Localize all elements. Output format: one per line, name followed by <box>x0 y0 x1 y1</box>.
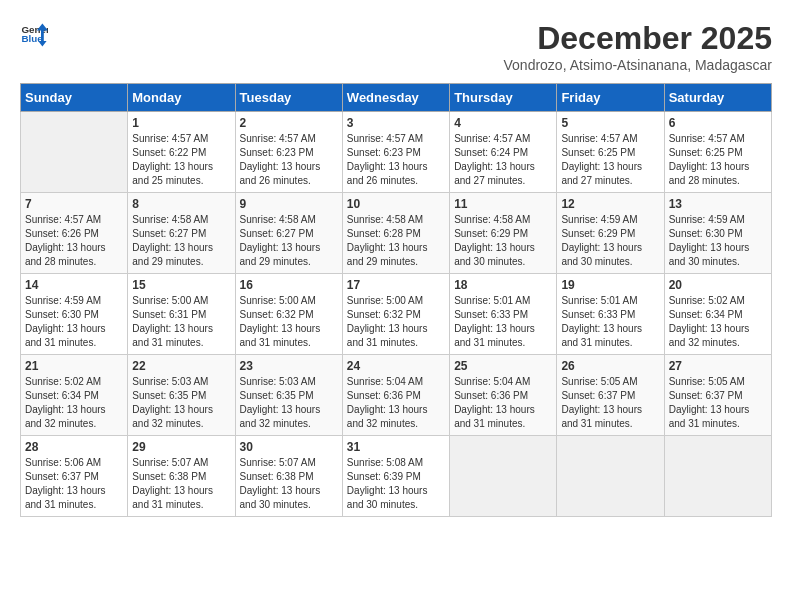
calendar-week-5: 28Sunrise: 5:06 AMSunset: 6:37 PMDayligh… <box>21 436 772 517</box>
calendar-week-3: 14Sunrise: 4:59 AMSunset: 6:30 PMDayligh… <box>21 274 772 355</box>
calendar-cell: 3Sunrise: 4:57 AMSunset: 6:23 PMDaylight… <box>342 112 449 193</box>
calendar-cell: 24Sunrise: 5:04 AMSunset: 6:36 PMDayligh… <box>342 355 449 436</box>
day-info: Sunrise: 4:59 AMSunset: 6:30 PMDaylight:… <box>25 294 123 350</box>
calendar-cell <box>21 112 128 193</box>
col-header-tuesday: Tuesday <box>235 84 342 112</box>
col-header-saturday: Saturday <box>664 84 771 112</box>
calendar-cell: 9Sunrise: 4:58 AMSunset: 6:27 PMDaylight… <box>235 193 342 274</box>
day-number: 28 <box>25 440 123 454</box>
calendar-cell: 31Sunrise: 5:08 AMSunset: 6:39 PMDayligh… <box>342 436 449 517</box>
col-header-wednesday: Wednesday <box>342 84 449 112</box>
day-number: 15 <box>132 278 230 292</box>
day-info: Sunrise: 5:05 AMSunset: 6:37 PMDaylight:… <box>561 375 659 431</box>
day-number: 18 <box>454 278 552 292</box>
day-info: Sunrise: 5:04 AMSunset: 6:36 PMDaylight:… <box>347 375 445 431</box>
calendar-cell: 26Sunrise: 5:05 AMSunset: 6:37 PMDayligh… <box>557 355 664 436</box>
day-number: 11 <box>454 197 552 211</box>
day-info: Sunrise: 4:57 AMSunset: 6:25 PMDaylight:… <box>561 132 659 188</box>
day-number: 5 <box>561 116 659 130</box>
day-info: Sunrise: 5:02 AMSunset: 6:34 PMDaylight:… <box>25 375 123 431</box>
calendar-cell: 1Sunrise: 4:57 AMSunset: 6:22 PMDaylight… <box>128 112 235 193</box>
day-info: Sunrise: 5:00 AMSunset: 6:31 PMDaylight:… <box>132 294 230 350</box>
calendar-cell: 4Sunrise: 4:57 AMSunset: 6:24 PMDaylight… <box>450 112 557 193</box>
day-info: Sunrise: 5:05 AMSunset: 6:37 PMDaylight:… <box>669 375 767 431</box>
day-number: 17 <box>347 278 445 292</box>
day-number: 22 <box>132 359 230 373</box>
day-info: Sunrise: 5:02 AMSunset: 6:34 PMDaylight:… <box>669 294 767 350</box>
day-number: 31 <box>347 440 445 454</box>
calendar-cell: 18Sunrise: 5:01 AMSunset: 6:33 PMDayligh… <box>450 274 557 355</box>
day-number: 2 <box>240 116 338 130</box>
day-info: Sunrise: 4:58 AMSunset: 6:27 PMDaylight:… <box>240 213 338 269</box>
day-info: Sunrise: 5:03 AMSunset: 6:35 PMDaylight:… <box>132 375 230 431</box>
logo: General Blue <box>20 20 48 48</box>
col-header-sunday: Sunday <box>21 84 128 112</box>
day-number: 19 <box>561 278 659 292</box>
page-header: General Blue December 2025 Vondrozo, Ats… <box>20 20 772 73</box>
calendar-cell: 10Sunrise: 4:58 AMSunset: 6:28 PMDayligh… <box>342 193 449 274</box>
calendar-cell <box>557 436 664 517</box>
day-info: Sunrise: 4:57 AMSunset: 6:26 PMDaylight:… <box>25 213 123 269</box>
calendar-cell: 15Sunrise: 5:00 AMSunset: 6:31 PMDayligh… <box>128 274 235 355</box>
calendar-cell: 13Sunrise: 4:59 AMSunset: 6:30 PMDayligh… <box>664 193 771 274</box>
day-info: Sunrise: 5:07 AMSunset: 6:38 PMDaylight:… <box>240 456 338 512</box>
calendar-week-4: 21Sunrise: 5:02 AMSunset: 6:34 PMDayligh… <box>21 355 772 436</box>
day-info: Sunrise: 5:04 AMSunset: 6:36 PMDaylight:… <box>454 375 552 431</box>
calendar-cell: 28Sunrise: 5:06 AMSunset: 6:37 PMDayligh… <box>21 436 128 517</box>
day-info: Sunrise: 4:57 AMSunset: 6:22 PMDaylight:… <box>132 132 230 188</box>
calendar-cell: 5Sunrise: 4:57 AMSunset: 6:25 PMDaylight… <box>557 112 664 193</box>
day-number: 21 <box>25 359 123 373</box>
calendar-cell: 23Sunrise: 5:03 AMSunset: 6:35 PMDayligh… <box>235 355 342 436</box>
calendar-cell: 2Sunrise: 4:57 AMSunset: 6:23 PMDaylight… <box>235 112 342 193</box>
day-info: Sunrise: 5:00 AMSunset: 6:32 PMDaylight:… <box>240 294 338 350</box>
day-info: Sunrise: 4:58 AMSunset: 6:29 PMDaylight:… <box>454 213 552 269</box>
calendar-cell: 27Sunrise: 5:05 AMSunset: 6:37 PMDayligh… <box>664 355 771 436</box>
calendar-cell: 21Sunrise: 5:02 AMSunset: 6:34 PMDayligh… <box>21 355 128 436</box>
day-number: 24 <box>347 359 445 373</box>
day-info: Sunrise: 5:01 AMSunset: 6:33 PMDaylight:… <box>454 294 552 350</box>
calendar-cell: 14Sunrise: 4:59 AMSunset: 6:30 PMDayligh… <box>21 274 128 355</box>
day-number: 10 <box>347 197 445 211</box>
calendar-cell: 17Sunrise: 5:00 AMSunset: 6:32 PMDayligh… <box>342 274 449 355</box>
calendar-cell: 12Sunrise: 4:59 AMSunset: 6:29 PMDayligh… <box>557 193 664 274</box>
calendar-cell <box>664 436 771 517</box>
day-info: Sunrise: 4:57 AMSunset: 6:24 PMDaylight:… <box>454 132 552 188</box>
day-number: 1 <box>132 116 230 130</box>
calendar-cell: 22Sunrise: 5:03 AMSunset: 6:35 PMDayligh… <box>128 355 235 436</box>
day-number: 12 <box>561 197 659 211</box>
calendar-cell: 25Sunrise: 5:04 AMSunset: 6:36 PMDayligh… <box>450 355 557 436</box>
day-info: Sunrise: 4:59 AMSunset: 6:29 PMDaylight:… <box>561 213 659 269</box>
calendar-cell: 20Sunrise: 5:02 AMSunset: 6:34 PMDayligh… <box>664 274 771 355</box>
col-header-friday: Friday <box>557 84 664 112</box>
day-info: Sunrise: 4:58 AMSunset: 6:28 PMDaylight:… <box>347 213 445 269</box>
day-number: 14 <box>25 278 123 292</box>
day-number: 13 <box>669 197 767 211</box>
title-block: December 2025 Vondrozo, Atsimo-Atsinanan… <box>504 20 773 73</box>
calendar-cell: 6Sunrise: 4:57 AMSunset: 6:25 PMDaylight… <box>664 112 771 193</box>
day-number: 9 <box>240 197 338 211</box>
calendar-cell: 29Sunrise: 5:07 AMSunset: 6:38 PMDayligh… <box>128 436 235 517</box>
day-number: 30 <box>240 440 338 454</box>
day-info: Sunrise: 5:01 AMSunset: 6:33 PMDaylight:… <box>561 294 659 350</box>
day-info: Sunrise: 4:59 AMSunset: 6:30 PMDaylight:… <box>669 213 767 269</box>
calendar-cell <box>450 436 557 517</box>
calendar-cell: 7Sunrise: 4:57 AMSunset: 6:26 PMDaylight… <box>21 193 128 274</box>
month-title: December 2025 <box>504 20 773 57</box>
day-number: 26 <box>561 359 659 373</box>
day-number: 20 <box>669 278 767 292</box>
day-info: Sunrise: 5:06 AMSunset: 6:37 PMDaylight:… <box>25 456 123 512</box>
logo-icon: General Blue <box>20 20 48 48</box>
day-number: 27 <box>669 359 767 373</box>
col-header-monday: Monday <box>128 84 235 112</box>
calendar-cell: 11Sunrise: 4:58 AMSunset: 6:29 PMDayligh… <box>450 193 557 274</box>
day-info: Sunrise: 5:00 AMSunset: 6:32 PMDaylight:… <box>347 294 445 350</box>
calendar-cell: 19Sunrise: 5:01 AMSunset: 6:33 PMDayligh… <box>557 274 664 355</box>
day-info: Sunrise: 4:57 AMSunset: 6:25 PMDaylight:… <box>669 132 767 188</box>
day-number: 6 <box>669 116 767 130</box>
day-info: Sunrise: 4:57 AMSunset: 6:23 PMDaylight:… <box>347 132 445 188</box>
day-number: 7 <box>25 197 123 211</box>
day-info: Sunrise: 5:03 AMSunset: 6:35 PMDaylight:… <box>240 375 338 431</box>
day-number: 16 <box>240 278 338 292</box>
calendar-cell: 16Sunrise: 5:00 AMSunset: 6:32 PMDayligh… <box>235 274 342 355</box>
calendar-cell: 8Sunrise: 4:58 AMSunset: 6:27 PMDaylight… <box>128 193 235 274</box>
